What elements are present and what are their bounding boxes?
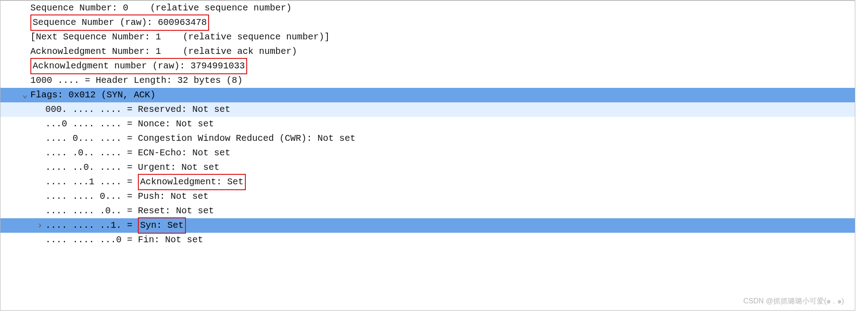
packet-details-pane[interactable]: Sequence Number: 0 (relative sequence nu… (0, 0, 855, 311)
flag-ack[interactable]: .... ...1 .... = Acknowledgment: Set (0, 175, 855, 189)
flag-syn[interactable]: ›.... .... ..1. = Syn: Set (0, 218, 855, 233)
flag-fin[interactable]: .... .... ...0 = Fin: Not set (0, 233, 855, 247)
field-text: .... .... 0... = Push: Not set (45, 189, 209, 204)
flag-urgent[interactable]: .... ..0. .... = Urgent: Not set (0, 160, 855, 175)
field-seq-raw[interactable]: Sequence Number (raw): 600963478 (0, 15, 855, 30)
field-text: .... .... ...0 = Fin: Not set (45, 233, 203, 247)
flag-reset[interactable]: .... .... .0.. = Reset: Not set (0, 204, 855, 218)
field-text: .... .0.. .... = ECN-Echo: Not set (45, 146, 230, 160)
field-text: .... .... .0.. = Reset: Not set (45, 204, 214, 218)
bit-pattern: .... .... ..1. = (45, 218, 138, 233)
field-next-seq[interactable]: [Next Sequence Number: 1 (relative seque… (0, 30, 855, 44)
flag-reserved[interactable]: 000. .... .... = Reserved: Not set (0, 102, 855, 117)
flag-nonce[interactable]: ...0 .... .... = Nonce: Not set (0, 117, 855, 131)
highlight-ack-raw: Acknowledgment number (raw): 3794991033 (30, 58, 247, 74)
field-header-length[interactable]: 1000 .... = Header Length: 32 bytes (8) (0, 73, 855, 88)
field-flags-summary[interactable]: ⌄ Flags: 0x012 (SYN, ACK) (0, 88, 855, 102)
field-text: Sequence Number: 0 (relative sequence nu… (30, 1, 292, 15)
highlight-seq-raw: Sequence Number (raw): 600963478 (30, 14, 209, 31)
field-text: [Next Sequence Number: 1 (relative seque… (30, 30, 330, 44)
expand-caret-right-icon[interactable]: › (0, 218, 45, 233)
field-ack-relative[interactable]: Acknowledgment Number: 1 (relative ack n… (0, 44, 855, 59)
watermark-text: CSDN @抓抓璐璐小可爱(๑ . ๑) (743, 294, 844, 308)
expand-caret-down-icon[interactable]: ⌄ (0, 88, 30, 102)
highlight-ack-flag: Acknowledgment: Set (138, 174, 246, 190)
highlight-syn-flag: Syn: Set (138, 217, 186, 234)
field-text: ...0 .... .... = Nonce: Not set (45, 117, 214, 131)
field-text: .... 0... .... = Congestion Window Reduc… (45, 131, 356, 146)
field-text: 000. .... .... = Reserved: Not set (45, 102, 230, 117)
bit-pattern: .... ...1 .... = (45, 175, 138, 189)
field-seq-relative[interactable]: Sequence Number: 0 (relative sequence nu… (0, 1, 855, 15)
flag-push[interactable]: .... .... 0... = Push: Not set (0, 189, 855, 204)
field-text: .... ..0. .... = Urgent: Not set (45, 160, 219, 175)
flag-cwr[interactable]: .... 0... .... = Congestion Window Reduc… (0, 131, 855, 146)
field-text: 1000 .... = Header Length: 32 bytes (8) (30, 73, 243, 88)
field-ack-raw[interactable]: Acknowledgment number (raw): 3794991033 (0, 59, 855, 73)
field-text: Acknowledgment Number: 1 (relative ack n… (30, 44, 297, 59)
field-text: Flags: 0x012 (SYN, ACK) (30, 88, 853, 102)
flag-ecn-echo[interactable]: .... .0.. .... = ECN-Echo: Not set (0, 146, 855, 160)
